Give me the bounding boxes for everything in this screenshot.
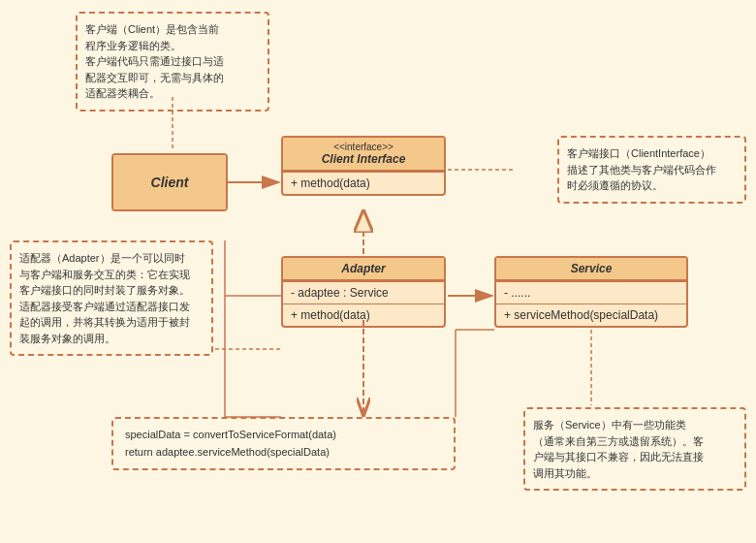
code-line2: return adaptee.serviceMethod(specialData… — [125, 444, 442, 462]
adapter-annotation: 适配器（Adapter）是一个可以同时与客户端和服务交互的类：它在实现客户端接口… — [10, 240, 213, 356]
client-interface-annotation: 客户端接口（ClientInterface）描述了其他类与客户端代码合作时必须遵… — [557, 136, 746, 204]
service-annotation-text: 服务（Service）中有一些功能类（通常来自第三方或遗留系统）。客户端与其接口… — [533, 419, 704, 479]
client-box-header: Client — [113, 155, 226, 209]
code-line1: specialData = convertToServiceFormat(dat… — [125, 427, 442, 444]
client-interface-method: + method(data) — [283, 172, 444, 194]
adapter-field: - adaptee : Service — [283, 281, 444, 303]
code-box: specialData = convertToServiceFormat(dat… — [111, 417, 456, 470]
service-annotation: 服务（Service）中有一些功能类（通常来自第三方或遗留系统）。客户端与其接口… — [523, 407, 746, 491]
client-interface-box: <<interface>> Client Interface + method(… — [281, 136, 446, 196]
service-method: + serviceMethod(specialData) — [496, 303, 686, 326]
client-annotation-text: 客户端（Client）是包含当前程序业务逻辑的类。客户端代码只需通过接口与适配器… — [85, 23, 224, 99]
diagram-container: 客户端（Client）是包含当前程序业务逻辑的类。客户端代码只需通过接口与适配器… — [0, 0, 756, 543]
adapter-annotation-text: 适配器（Adapter）是一个可以同时与客户端和服务交互的类：它在实现客户端接口… — [19, 252, 190, 344]
service-box: Service - ...... + serviceMethod(special… — [494, 256, 688, 328]
service-box-header: Service — [496, 258, 686, 281]
client-annotation: 客户端（Client）是包含当前程序业务逻辑的类。客户端代码只需通过接口与适配器… — [76, 12, 269, 112]
adapter-box: Adapter - adaptee : Service + method(dat… — [281, 256, 446, 328]
client-box: Client — [111, 153, 228, 211]
client-interface-annotation-text: 客户端接口（ClientInterface）描述了其他类与客户端代码合作时必须遵… — [567, 147, 716, 191]
service-field: - ...... — [496, 281, 686, 303]
adapter-method: + method(data) — [283, 303, 444, 326]
client-interface-header: <<interface>> Client Interface — [283, 138, 444, 172]
adapter-box-header: Adapter — [283, 258, 444, 281]
